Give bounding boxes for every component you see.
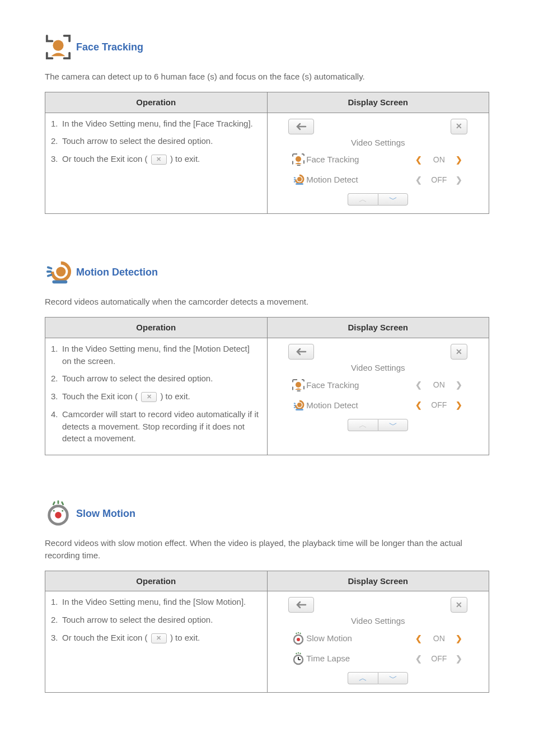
close-icon: ✕ [456, 120, 462, 132]
operation-table: OperationDisplay Screen1.In the Video Se… [45, 317, 489, 455]
back-button[interactable] [288, 344, 314, 360]
screen-title: Video Settings [288, 137, 467, 149]
close-icon: ✕ [456, 346, 462, 357]
operation-step: 2.Touch arrow to select the desired opti… [51, 614, 261, 626]
arrow-right-icon[interactable]: ❯ [453, 633, 465, 644]
back-button[interactable] [288, 597, 314, 613]
arrow-left-icon[interactable]: ❮ [413, 399, 425, 410]
menu-row: Motion Detect❮OFF❯ [288, 395, 467, 416]
arrow-left-icon[interactable]: ❮ [413, 653, 425, 664]
nav-up-button[interactable]: ︿ [348, 193, 378, 206]
chevron-up-icon: ︿ [359, 193, 367, 206]
menu-row: Time Lapse❮OFF❯ [288, 648, 467, 669]
menu-row-value: ON [425, 379, 453, 390]
page-nav: ︿﹀ [288, 672, 467, 684]
doc-section: Slow MotionRecord videos with slow motio… [45, 500, 489, 693]
section-title: Motion Detection [76, 265, 158, 279]
section-intro: Record videos with slow motion effect. W… [45, 537, 489, 562]
operation-table: OperationDisplay Screen1.In the Video Se… [45, 571, 489, 693]
nav-down-button[interactable]: ﹀ [378, 193, 408, 206]
col-screen-header: Display Screen [267, 571, 489, 591]
menu-row-label: Slow Motion [306, 632, 413, 645]
nav-up-button[interactable]: ︿ [348, 419, 378, 431]
menu-row-value: OFF [425, 399, 453, 410]
operation-step: 1.In the Video Setting menu, find the [S… [51, 596, 261, 608]
col-screen-header: Display Screen [267, 92, 489, 113]
section-title: Face Tracking [76, 40, 143, 54]
menu-row: Slow Motion❮ON❯ [288, 628, 467, 648]
exit-icon: ✕ [141, 392, 157, 402]
col-operation-header: Operation [45, 571, 268, 591]
menu-row-value: ON [425, 633, 453, 644]
chevron-down-icon: ﹀ [389, 193, 397, 206]
menu-row-value: OFF [425, 653, 453, 664]
page-nav: ︿﹀ [288, 193, 467, 206]
doc-section: Motion DetectionRecord videos automatica… [45, 259, 489, 455]
menu-row-value: ON [425, 154, 453, 165]
display-screen-cell: ✕Video SettingsFace Tracking❮ON❯Motion D… [267, 113, 489, 214]
timelapse-icon [291, 652, 306, 665]
operation-step: 2.Touch arrow to select the desired opti… [51, 135, 261, 147]
col-screen-header: Display Screen [267, 318, 489, 338]
operation-table: OperationDisplay Screen1.In the Video Se… [45, 92, 489, 214]
menu-row: Motion Detect❮OFF❯ [288, 170, 467, 190]
operation-step: 3.Or touch the Exit icon ( ✕ ) to exit. [51, 632, 261, 644]
exit-icon: ✕ [151, 155, 167, 165]
page-nav: ︿﹀ [288, 419, 467, 431]
menu-row-value: OFF [425, 174, 453, 185]
chevron-up-icon: ︿ [359, 672, 367, 684]
section-icon [45, 259, 76, 286]
display-screen-cell: ✕Video SettingsSlow Motion❮ON❯Time Lapse… [267, 591, 489, 693]
arrow-left-icon[interactable]: ❮ [413, 154, 425, 165]
col-operation-header: Operation [45, 92, 268, 113]
operation-cell: 1.In the Video Setting menu, find the [F… [45, 113, 268, 214]
section-title: Slow Motion [76, 506, 135, 521]
section-icon [45, 500, 76, 527]
arrow-right-icon[interactable]: ❯ [453, 154, 465, 165]
back-button[interactable] [288, 119, 314, 134]
menu-row-label: Motion Detect [306, 399, 413, 412]
menu-row-label: Face Tracking [306, 379, 413, 391]
nav-up-button[interactable]: ︿ [348, 672, 378, 684]
screen-title: Video Settings [288, 615, 467, 627]
arrow-left-icon[interactable]: ❮ [413, 633, 425, 644]
close-button[interactable]: ✕ [451, 119, 467, 134]
operation-step: 1.In the Video Setting menu, find the [F… [51, 118, 261, 130]
screen-mock: ✕Video SettingsFace Tracking❮ON❯Motion D… [288, 119, 467, 206]
close-button[interactable]: ✕ [451, 597, 467, 613]
close-icon: ✕ [456, 599, 462, 610]
exit-icon: ✕ [151, 633, 167, 643]
operation-step: 4.Camcorder will start to record video a… [51, 408, 261, 445]
chevron-up-icon: ︿ [359, 419, 367, 431]
section-intro: Record videos automatically when the cam… [45, 296, 489, 308]
face-icon [291, 379, 306, 392]
chevron-down-icon: ﹀ [389, 672, 397, 684]
face-icon [291, 153, 306, 166]
doc-section: Face TrackingThe camera can detect up to… [45, 34, 489, 214]
chevron-down-icon: ﹀ [389, 419, 397, 431]
operation-cell: 1.In the Video Setting menu, find the [S… [45, 591, 268, 693]
arrow-left-icon[interactable]: ❮ [413, 379, 425, 390]
operation-step: 3.Touch the Exit icon ( ✕ ) to exit. [51, 390, 261, 403]
arrow-left-icon[interactable]: ❮ [413, 174, 425, 185]
screen-title: Video Settings [288, 362, 467, 374]
screen-mock: ✕Video SettingsSlow Motion❮ON❯Time Lapse… [288, 597, 467, 684]
menu-row-label: Time Lapse [306, 652, 413, 665]
menu-row-label: Motion Detect [306, 174, 413, 186]
screen-mock: ✕Video SettingsFace Tracking❮ON❯Motion D… [288, 344, 467, 431]
arrow-right-icon[interactable]: ❯ [453, 653, 465, 664]
section-icon [45, 34, 76, 60]
operation-step: 2.Touch arrow to select the desired opti… [51, 372, 261, 385]
close-button[interactable]: ✕ [451, 344, 467, 360]
nav-down-button[interactable]: ﹀ [378, 419, 408, 431]
arrow-right-icon[interactable]: ❯ [453, 379, 465, 390]
nav-down-button[interactable]: ﹀ [378, 672, 408, 684]
motion-icon [291, 173, 306, 186]
operation-step: 1.In the Video Setting menu, find the [M… [51, 343, 261, 367]
slow-icon [291, 632, 306, 645]
menu-row: Face Tracking❮ON❯ [288, 375, 467, 395]
arrow-right-icon[interactable]: ❯ [453, 174, 465, 185]
col-operation-header: Operation [45, 318, 268, 338]
menu-row: Face Tracking❮ON❯ [288, 150, 467, 170]
arrow-right-icon[interactable]: ❯ [453, 399, 465, 410]
